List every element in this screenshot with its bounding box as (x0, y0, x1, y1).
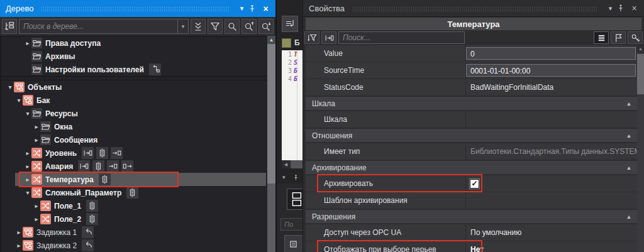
tree-item[interactable]: ▸Сообщения (1, 133, 275, 146)
tree-item[interactable]: ▾Бак (1, 94, 275, 107)
user-settings-icon[interactable] (149, 63, 161, 75)
close-icon[interactable]: × (628, 3, 640, 13)
layers-button[interactable] (287, 189, 303, 210)
expander-expanded-icon[interactable]: ▾ (15, 94, 23, 107)
property-value[interactable]: BadWaitingForInitialData (465, 79, 637, 96)
drag-handle[interactable] (41, 6, 230, 12)
collapse-icon[interactable]: ▲ (621, 101, 637, 107)
archive-icon[interactable] (96, 147, 108, 159)
tree-item[interactable]: ▸Задвижка 2 (1, 239, 275, 252)
expander-collapsed-icon[interactable]: ▸ (15, 239, 23, 252)
tree-item[interactable]: ▸Окна (1, 120, 275, 133)
search-button[interactable] (225, 19, 240, 34)
property-row[interactable]: Архивировать✓ (306, 175, 637, 192)
close-icon[interactable]: × (260, 4, 272, 14)
property-row[interactable]: Value0 (306, 45, 637, 62)
property-row[interactable]: Доступ через OPC UAПо умолчанию (306, 224, 637, 241)
tree-sort-button[interactable] (2, 19, 17, 34)
inherit-arrow-icon[interactable] (82, 226, 94, 238)
drag-handle[interactable] (352, 6, 598, 12)
property-value[interactable]: ✓ (465, 175, 637, 192)
property-row[interactable]: Шкала (306, 111, 637, 128)
bind-in-icon[interactable] (78, 160, 90, 172)
pin-icon[interactable] (248, 4, 260, 13)
pin-icon[interactable] (292, 174, 299, 181)
tree-item[interactable]: ▸Поле_1 (1, 199, 275, 212)
property-row[interactable]: Отображать при выборе перьевНет (306, 241, 637, 252)
property-row[interactable]: SourceTime0001-01-01-00:00 (306, 62, 637, 79)
expander-expanded-icon[interactable]: ▾ (6, 80, 14, 94)
tree-item[interactable]: ▾Сложный_Параметр (1, 186, 275, 199)
scrollbar-thumb[interactable] (637, 54, 644, 94)
scroll-up-icon[interactable]: ▲ (637, 45, 644, 53)
expander-collapsed-icon[interactable]: ▸ (33, 133, 40, 146)
panel-menu-caret-icon[interactable]: ▾ (604, 4, 616, 13)
section-header[interactable]: Архивирование▲ (306, 161, 637, 174)
expander-expanded-icon[interactable]: ▾ (24, 107, 31, 120)
expand-all-button[interactable] (191, 19, 206, 34)
section-header[interactable]: Разрешения▲ (306, 210, 637, 223)
property-value[interactable] (465, 192, 637, 209)
checkbox-checked-icon[interactable]: ✓ (470, 179, 479, 189)
archive-icon[interactable] (86, 213, 98, 225)
expander-collapsed-icon[interactable]: ▸ (33, 120, 40, 133)
tree-item[interactable]: ▾Ресурсы (1, 107, 275, 120)
property-row[interactable]: StatusCodeBadWaitingForInitialData (306, 79, 637, 96)
flag-button[interactable] (611, 31, 626, 44)
properties-vertical-scrollbar[interactable]: ▲ (637, 45, 644, 252)
section-header[interactable]: Отношения▲ (306, 129, 637, 142)
collapse-icon[interactable]: ▲ (621, 133, 637, 139)
editor-outline-button[interactable] (282, 16, 298, 32)
property-value[interactable]: 0 (465, 45, 637, 62)
expander-collapsed-icon[interactable]: ▸ (24, 36, 31, 50)
expander-collapsed-icon[interactable]: ▸ (33, 212, 40, 226)
property-row[interactable]: Шаблон архивирования (306, 192, 637, 209)
properties-search-input[interactable] (339, 33, 464, 42)
expander-collapsed-icon[interactable]: ▸ (24, 160, 31, 173)
partial-toolbar-button[interactable] (284, 235, 303, 252)
panel-menu-caret-icon[interactable]: ▾ (282, 174, 286, 180)
tree-item[interactable]: ▸Поле_2 (1, 212, 275, 226)
filter-button[interactable] (208, 19, 223, 34)
scrollbar-thumb[interactable] (291, 160, 303, 168)
expander-collapsed-icon[interactable]: ▸ (15, 226, 23, 239)
search-previous-button[interactable] (242, 19, 257, 34)
arrow-in-icon[interactable] (107, 160, 119, 172)
tree-item[interactable]: ▾Объекты (1, 80, 275, 94)
show-bindings-button[interactable] (321, 31, 336, 44)
search-options-caret-icon[interactable]: ▾ (177, 19, 188, 33)
filter-sort-button[interactable] (304, 31, 319, 44)
expander-collapsed-icon[interactable]: ▸ (33, 199, 40, 212)
search-next-button[interactable] (258, 19, 274, 34)
tree-item[interactable]: ▸Права доступа (1, 36, 275, 50)
editor-horizontal-scrollbar[interactable]: ◀ (282, 160, 303, 168)
category-view-button[interactable] (594, 31, 609, 44)
pin-icon[interactable] (616, 4, 628, 13)
arrow-out-icon[interactable] (121, 160, 133, 172)
archive-icon[interactable] (126, 187, 138, 199)
property-value[interactable] (465, 111, 637, 128)
property-value[interactable]: 0001-01-01-00:00 (465, 62, 637, 79)
expander-collapsed-icon[interactable]: ▸ (24, 146, 31, 160)
tree-item[interactable]: Настройки пользователей (1, 63, 275, 76)
scrollbar-thumb[interactable] (267, 44, 275, 184)
archive-icon[interactable] (86, 200, 98, 212)
section-header[interactable]: Шкала▲ (306, 97, 637, 110)
key-button[interactable] (628, 31, 643, 44)
collapse-icon[interactable]: ▲ (621, 214, 637, 220)
scroll-left-icon[interactable]: ◀ (282, 160, 290, 168)
tree-item[interactable]: ▸Температура (1, 173, 275, 186)
tree-search-input[interactable] (19, 22, 177, 31)
property-value[interactable]: Нет (465, 241, 637, 252)
collapse-icon[interactable]: ▲ (621, 165, 637, 171)
inherit-arrow-icon[interactable] (82, 239, 94, 251)
property-row[interactable]: Имеет типБиблиотеки.Стандартная.Типы дан… (306, 143, 637, 160)
scroll-up-icon[interactable]: ▲ (267, 36, 275, 44)
archive-icon[interactable] (92, 160, 104, 172)
panel-menu-caret-icon[interactable]: ▾ (236, 4, 248, 13)
bind-in-icon[interactable] (82, 147, 94, 159)
code-editor[interactable]: 1Т2S3Б4Б (282, 50, 303, 160)
archive-icon[interactable] (99, 173, 111, 185)
tree-item[interactable]: ▸Задвижка 1 (1, 226, 275, 239)
expander-collapsed-icon[interactable]: ▸ (24, 173, 31, 186)
